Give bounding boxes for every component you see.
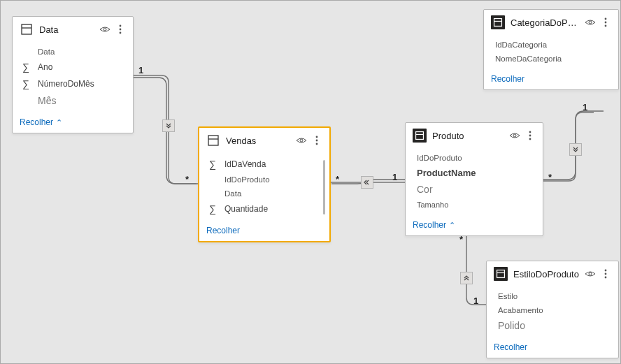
table-title: CategoriaDoProduto xyxy=(511,17,579,28)
svg-point-27 xyxy=(605,270,607,272)
collapse-button[interactable]: Recolher⌃ xyxy=(406,216,543,235)
svg-point-2 xyxy=(104,28,106,31)
more-options-icon[interactable] xyxy=(524,130,536,141)
svg-point-22 xyxy=(605,22,607,24)
collapse-button[interactable]: Recolher xyxy=(484,70,618,89)
table-icon xyxy=(206,133,220,147)
field-row[interactable]: ∑Quantidade xyxy=(199,201,329,217)
filter-direction-icon xyxy=(569,143,582,156)
filter-direction-icon xyxy=(460,272,473,284)
table-title: Produto xyxy=(432,131,504,141)
table-icon xyxy=(413,129,427,143)
svg-point-11 xyxy=(316,143,318,145)
card-header[interactable]: CategoriaDoProduto xyxy=(484,10,618,35)
svg-point-21 xyxy=(605,18,607,20)
visibility-icon[interactable] xyxy=(509,130,520,141)
cardinality-label: 1 xyxy=(473,296,478,306)
field-row[interactable]: Cor xyxy=(406,181,543,198)
cardinality-label: 1 xyxy=(392,172,397,182)
svg-rect-12 xyxy=(416,132,424,140)
table-card-data[interactable]: Data Data ∑Ano ∑NúmeroDoMês Mês Recolher… xyxy=(12,16,134,133)
more-options-icon[interactable] xyxy=(600,268,611,279)
card-body: IdDaCategoria NomeDaCategoria xyxy=(484,35,618,70)
table-icon xyxy=(20,22,34,36)
field-row[interactable]: Mês xyxy=(13,92,133,109)
card-header[interactable]: Vendas xyxy=(199,128,329,153)
sigma-icon: ∑ xyxy=(209,203,219,214)
cardinality-label: 1 xyxy=(583,102,587,112)
field-row[interactable]: IdDaCategoria xyxy=(484,38,618,52)
card-header[interactable]: Produto xyxy=(406,123,543,148)
card-body: Data ∑Ano ∑NúmeroDoMês Mês xyxy=(13,42,133,113)
visibility-icon[interactable] xyxy=(585,17,596,28)
svg-point-10 xyxy=(316,140,318,142)
svg-rect-24 xyxy=(497,270,505,278)
table-title: EstiloDoProduto xyxy=(513,269,579,279)
more-options-icon[interactable] xyxy=(600,17,611,28)
svg-point-5 xyxy=(120,32,122,34)
card-body: ∑IdDaVenda IdDoProduto Data ∑Quantidade xyxy=(199,153,329,221)
field-row[interactable]: Polido xyxy=(487,317,618,334)
field-row[interactable]: ∑NúmeroDoMês xyxy=(13,75,133,92)
field-row[interactable]: ProductName xyxy=(406,165,543,181)
field-row[interactable]: Data xyxy=(13,45,133,59)
svg-rect-0 xyxy=(22,24,31,34)
table-card-vendas[interactable]: Vendas ∑IdDaVenda IdDoProduto Data ∑Quan… xyxy=(198,126,331,242)
cardinality-label: * xyxy=(185,174,189,184)
cardinality-label: * xyxy=(548,172,552,182)
svg-rect-18 xyxy=(494,19,502,27)
table-card-produto[interactable]: Produto IdDoProduto ProductName Cor Tama… xyxy=(405,122,543,236)
more-options-icon[interactable] xyxy=(311,135,322,146)
chevron-up-icon: ⌃ xyxy=(56,118,62,127)
field-row[interactable]: IdDoProduto xyxy=(199,173,329,187)
svg-point-14 xyxy=(513,134,516,137)
table-card-estilo[interactable]: EstiloDoProduto Estilo Acabamento Polido… xyxy=(486,261,619,358)
sigma-icon: ∑ xyxy=(22,61,32,73)
card-header[interactable]: EstiloDoProduto xyxy=(487,261,618,286)
filter-direction-icon xyxy=(162,119,175,132)
table-card-categoria[interactable]: CategoriaDoProduto IdDaCategoria NomeDaC… xyxy=(483,9,619,90)
table-icon xyxy=(491,15,505,29)
scrollbar[interactable] xyxy=(323,160,325,214)
svg-point-15 xyxy=(529,131,531,133)
svg-point-28 xyxy=(605,273,607,275)
svg-rect-6 xyxy=(208,136,218,145)
visibility-icon[interactable] xyxy=(99,24,110,35)
svg-point-3 xyxy=(120,25,122,27)
svg-point-29 xyxy=(605,277,607,279)
field-row[interactable]: Estilo xyxy=(487,289,618,303)
sigma-icon: ∑ xyxy=(22,78,32,89)
collapse-button[interactable]: Recolher xyxy=(199,221,329,241)
more-options-icon[interactable] xyxy=(115,24,126,35)
svg-point-8 xyxy=(300,139,303,142)
collapse-button[interactable]: Recolher xyxy=(487,338,618,358)
field-row[interactable]: Acabamento xyxy=(487,303,618,317)
field-row[interactable]: Data xyxy=(199,187,329,201)
cardinality-label: 1 xyxy=(138,65,143,75)
svg-point-9 xyxy=(316,136,318,138)
chevron-up-icon: ⌃ xyxy=(449,221,455,230)
field-row[interactable]: NomeDaCategoria xyxy=(484,52,618,66)
svg-point-17 xyxy=(529,138,531,140)
visibility-icon[interactable] xyxy=(585,268,596,279)
svg-point-4 xyxy=(120,29,122,31)
card-header[interactable]: Data xyxy=(13,17,133,42)
card-body: Estilo Acabamento Polido xyxy=(487,286,618,338)
table-title: Vendas xyxy=(226,136,290,146)
table-icon xyxy=(494,267,508,281)
svg-point-26 xyxy=(589,272,592,275)
field-row[interactable]: ∑Ano xyxy=(13,59,133,75)
visibility-icon[interactable] xyxy=(296,135,307,146)
field-row[interactable]: Tamanho xyxy=(406,198,543,212)
field-row[interactable]: IdDoProduto xyxy=(406,151,543,165)
card-body: IdDoProduto ProductName Cor Tamanho xyxy=(406,148,543,216)
svg-point-16 xyxy=(529,135,531,137)
svg-point-23 xyxy=(605,25,607,27)
svg-point-20 xyxy=(589,21,592,24)
cardinality-label: * xyxy=(336,174,339,184)
field-row[interactable]: ∑IdDaVenda xyxy=(199,156,329,173)
filter-direction-icon xyxy=(361,176,373,189)
table-title: Data xyxy=(39,24,94,35)
collapse-button[interactable]: Recolher⌃ xyxy=(13,113,133,133)
sigma-icon: ∑ xyxy=(209,159,219,170)
